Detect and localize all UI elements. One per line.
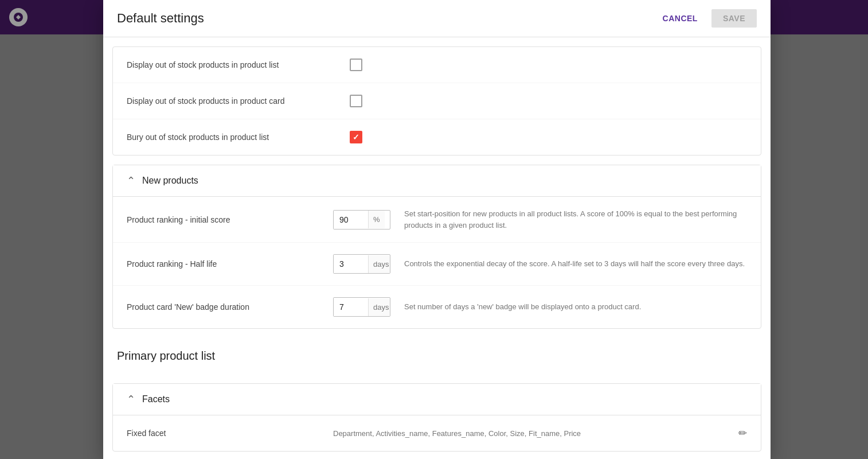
bury-in-list-checkbox[interactable] [350, 131, 362, 143]
chevron-up-icon: ⌃ [127, 174, 135, 187]
badge-duration-unit: days [368, 298, 390, 316]
display-in-card-label: Display out of stock products in product… [127, 96, 333, 106]
bury-in-list-control [333, 131, 379, 143]
badge-duration-input-group: days [333, 297, 390, 317]
initial-score-control: % [333, 210, 390, 230]
initial-score-label: Product ranking - initial score [127, 215, 333, 224]
save-button[interactable]: SAVE [711, 9, 757, 28]
initial-score-input[interactable] [334, 211, 368, 229]
bury-in-list-row: Bury out of stock products in product li… [113, 119, 761, 155]
badge-duration-label: Product card 'New' badge duration [127, 302, 333, 312]
initial-score-row: Product ranking - initial score % Set st… [113, 197, 761, 243]
fixed-facet-value: Department, Activities_name, Features_na… [333, 429, 738, 438]
half-life-description: Controls the exponential decay of the sc… [404, 258, 747, 270]
edit-icon[interactable]: ✏ [738, 427, 747, 439]
display-in-list-label: Display out of stock products in product… [127, 60, 333, 69]
half-life-unit: days [368, 255, 390, 273]
half-life-input[interactable] [334, 255, 368, 273]
display-in-card-control [333, 95, 379, 107]
fixed-facet-label: Fixed facet [127, 429, 333, 438]
badge-duration-row: Product card 'New' badge duration days S… [113, 286, 761, 328]
display-in-list-checkbox[interactable] [350, 59, 362, 71]
display-in-card-row: Display out of stock products in product… [113, 83, 761, 119]
initial-score-description: Set start-position for new products in a… [404, 208, 747, 231]
half-life-row: Product ranking - Half life days Control… [113, 243, 761, 286]
badge-duration-control: days [333, 297, 390, 317]
display-in-list-row: Display out of stock products in product… [113, 47, 761, 83]
new-products-title: New products [142, 176, 198, 186]
modal-body: Display out of stock products in product… [103, 37, 771, 459]
half-life-label: Product ranking - Half life [127, 259, 333, 269]
bury-in-list-label: Bury out of stock products in product li… [127, 133, 333, 142]
primary-product-list-title: Primary product list [103, 338, 771, 374]
initial-score-input-group: % [333, 210, 390, 230]
badge-duration-input[interactable] [334, 298, 368, 316]
display-in-list-control [333, 59, 379, 71]
cancel-button[interactable]: CANCEL [654, 9, 707, 28]
facets-title: Facets [142, 394, 170, 404]
half-life-input-group: days [333, 254, 390, 274]
out-of-stock-section: Display out of stock products in product… [112, 46, 761, 155]
initial-score-unit: % [368, 211, 385, 228]
modal-actions: CANCEL SAVE [654, 9, 757, 28]
fixed-facet-row: Fixed facet Department, Activities_name,… [113, 415, 761, 451]
facets-header[interactable]: ⌃ Facets [113, 384, 761, 415]
default-settings-modal: Default settings CANCEL SAVE Display out… [103, 0, 771, 459]
facets-section: ⌃ Facets Fixed facet Department, Activit… [112, 383, 761, 452]
badge-duration-description: Set number of days a 'new' badge will be… [404, 301, 747, 313]
half-life-control: days [333, 254, 390, 274]
new-products-section: ⌃ New products Product ranking - initial… [112, 165, 761, 329]
modal-header: Default settings CANCEL SAVE [103, 0, 771, 37]
modal-title: Default settings [117, 11, 204, 26]
new-products-header[interactable]: ⌃ New products [113, 165, 761, 197]
facets-chevron-up-icon: ⌃ [127, 393, 135, 406]
display-in-card-checkbox[interactable] [350, 95, 362, 107]
primary-product-list-section: Primary product list ⌃ Facets Fixed face… [103, 338, 771, 452]
